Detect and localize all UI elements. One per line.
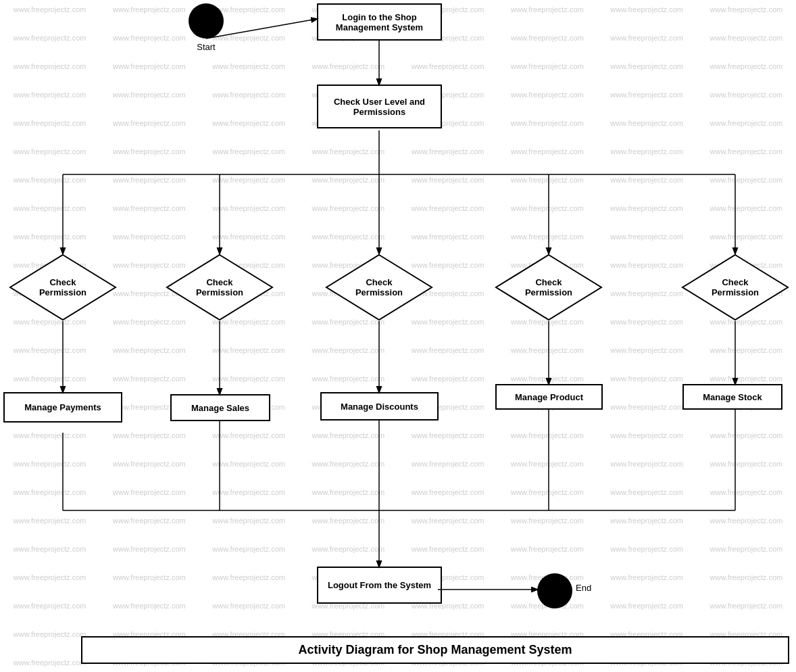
start-circle	[189, 3, 224, 39]
svg-marker-24	[326, 255, 432, 320]
logout-box: Logout From the System	[317, 567, 442, 604]
login-box: Login to the Shop Management System	[317, 3, 442, 41]
manage-payments-box: Manage Payments	[3, 392, 122, 423]
diagram-container: Start Login to the Shop Management Syste…	[0, 0, 796, 672]
end-circle	[537, 573, 572, 608]
diamond-payments: Check Permission	[9, 254, 117, 321]
diamond-sales: Check Permission	[166, 254, 274, 321]
svg-marker-22	[10, 255, 116, 320]
svg-marker-26	[682, 255, 788, 320]
manage-product-box: Manage Product	[495, 384, 603, 410]
end-label: End	[576, 583, 591, 593]
manage-stock-box: Manage Stock	[682, 384, 782, 410]
diamond-discounts: Check Permission	[325, 254, 433, 321]
check-user-level-box: Check User Level and Permissions	[317, 85, 442, 128]
diagram-title: Activity Diagram for Shop Management Sys…	[81, 636, 789, 664]
manage-sales-box: Manage Sales	[170, 394, 270, 421]
start-label: Start	[189, 42, 224, 52]
manage-discounts-box: Manage Discounts	[320, 392, 439, 421]
svg-marker-25	[496, 255, 601, 320]
diamond-stock: Check Permission	[681, 254, 789, 321]
diamond-product: Check Permission	[495, 254, 603, 321]
svg-marker-23	[167, 255, 272, 320]
